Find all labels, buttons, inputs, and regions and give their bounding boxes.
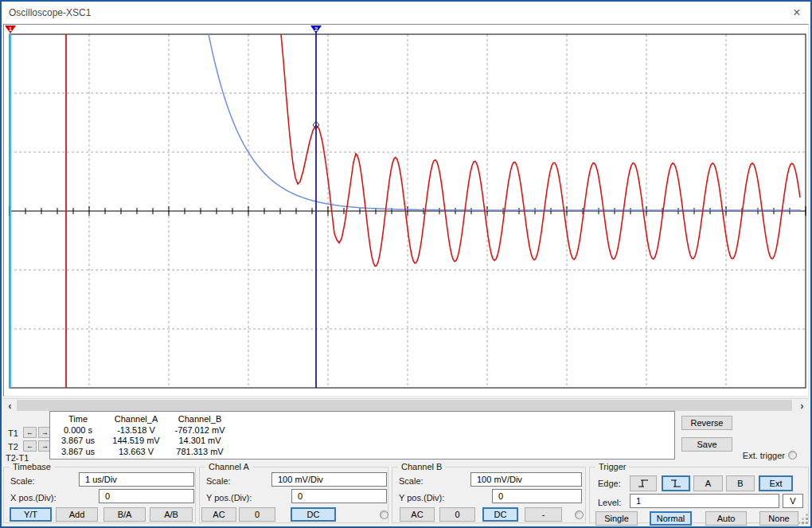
t1-channel-b: -767.012 mV (166, 425, 233, 436)
t2-channel-a: 144.519 mV (106, 436, 166, 447)
cursor1-flag-label: 1 (9, 25, 12, 33)
channel-a-title: Channel A (205, 462, 252, 471)
trigger-level-input[interactable]: 1 (630, 494, 779, 508)
channel-a-scale-label: Scale: (206, 476, 231, 486)
t2-readout-row: 3.867 us 144.519 mV 14.301 mV (50, 436, 674, 447)
window-title: Oscilloscope-XSC1 (9, 7, 91, 18)
trigger-b-button[interactable]: B (726, 475, 755, 491)
reverse-button[interactable]: Reverse (681, 416, 732, 430)
delta-channel-b: 781.313 mV (166, 447, 233, 458)
trigger-ext-button[interactable]: Ext (759, 475, 793, 491)
arrow-left-icon: ← (26, 429, 33, 436)
arrow-left-icon: ← (26, 443, 33, 450)
channel-a-ypos-label: Y pos.(Div): (206, 493, 252, 503)
timebase-group: Timebase Scale: 1 us/Div X pos.(Div): 0 … (3, 467, 196, 523)
arrow-right-icon: → (41, 443, 49, 450)
scope-canvas: 12 (4, 25, 806, 394)
channel-b-ypos-input[interactable]: 0 (492, 489, 582, 503)
scroll-thumb[interactable] (17, 400, 792, 411)
readout-header-row: Time Channel_A Channel_B (50, 414, 674, 425)
channel-b-zero-button[interactable]: 0 (439, 507, 475, 522)
delta-readout-row: 3.867 us 13.663 V 781.313 mV (50, 447, 674, 458)
ab-mode-button[interactable]: A/B (150, 507, 193, 522)
scroll-left-icon[interactable]: ‹ (3, 399, 17, 412)
ba-mode-button[interactable]: B/A (103, 507, 146, 522)
timebase-xpos-label: X pos.(Div): (10, 493, 56, 503)
timebase-xpos-input[interactable]: 0 (99, 489, 194, 503)
trigger-a-button[interactable]: A (693, 475, 723, 491)
title-bar[interactable]: Oscilloscope-XSC1 × (2, 2, 810, 24)
channel-b-invert-button[interactable]: - (525, 507, 562, 522)
close-icon[interactable]: × (783, 2, 810, 23)
readout-area: T1 ← → T2 ← → T2-T1 Time Channel_A Chann… (2, 411, 810, 467)
col-header-time: Time (50, 414, 106, 425)
t2-channel-b: 14.301 mV (166, 436, 233, 447)
trigger-level-label: Level: (598, 498, 621, 507)
arrow-right-icon: → (41, 429, 49, 436)
channel-a-indicator (380, 510, 388, 519)
channel-b-title: Channel B (398, 462, 445, 471)
channel-a-dc-button[interactable]: DC (291, 507, 336, 522)
col-header-channel-b: Channel_B (166, 414, 233, 425)
trigger-group: Trigger Edge: A B Ext Level: 1 V Single … (589, 467, 809, 523)
cursor1-left-button[interactable]: ← (23, 427, 37, 438)
channel-b-dc-button[interactable]: DC (482, 507, 518, 522)
channel-b-scale-input[interactable]: 100 mV/Div (470, 472, 582, 487)
add-mode-button[interactable]: Add (56, 507, 98, 522)
channel-a-ac-button[interactable]: AC (201, 507, 236, 522)
horizontal-scrollbar[interactable]: ‹ › (3, 398, 809, 411)
cursor1-label: T1 (8, 428, 18, 438)
col-header-channel-a: Channel_A (106, 414, 166, 425)
t2-time: 3.867 us (50, 436, 106, 447)
trigger-auto-button[interactable]: Auto (705, 511, 747, 526)
delta-time: 3.867 us (50, 447, 106, 458)
resize-grip[interactable] (806, 522, 808, 524)
channel-b-scale-label: Scale: (399, 476, 424, 486)
channel-a-scale-input[interactable]: 100 mV/Div (271, 472, 387, 487)
ext-trigger-indicator (788, 451, 797, 460)
trigger-title: Trigger (595, 462, 629, 471)
rising-edge-icon (638, 478, 649, 489)
t1-time: 0.000 s (50, 425, 106, 436)
channel-a-trace (281, 34, 800, 266)
cursor2-label: T2 (8, 442, 18, 452)
timebase-title: Timebase (10, 462, 54, 471)
measurement-readout: Time Channel_A Channel_B 0.000 s -13.518… (49, 411, 675, 460)
channel-b-ac-button[interactable]: AC (400, 507, 435, 522)
falling-edge-button[interactable] (662, 475, 690, 491)
save-button[interactable]: Save (681, 437, 732, 452)
channel-a-group: Channel A Scale: 100 mV/Div Y pos.(Div):… (199, 467, 388, 523)
scroll-right-icon[interactable]: › (795, 399, 809, 412)
cursor2-flag-label: 2 (314, 25, 318, 33)
channel-b-group: Channel B Scale: 100 mV/Div Y pos.(Div):… (392, 467, 586, 523)
timebase-scale-input[interactable]: 1 us/Div (79, 472, 194, 487)
trigger-single-button[interactable]: Single (595, 511, 638, 526)
t1-readout-row: 0.000 s -13.518 V -767.012 mV (50, 425, 674, 436)
t1-channel-a: -13.518 V (106, 425, 166, 436)
falling-edge-icon (670, 478, 681, 489)
trigger-none-button[interactable]: None (759, 511, 798, 526)
channel-b-indicator (575, 510, 584, 519)
ext-trigger-label: Ext. trigger (736, 451, 785, 460)
yt-mode-button[interactable]: Y/T (10, 507, 52, 522)
waveform-display: 12 (3, 24, 809, 397)
rising-edge-button[interactable] (630, 475, 657, 491)
trigger-level-unit[interactable]: V (783, 494, 803, 508)
timebase-scale-label: Scale: (10, 476, 35, 486)
channel-a-ypos-input[interactable]: 0 (291, 489, 387, 503)
cursor2-left-button[interactable]: ← (23, 440, 37, 452)
delta-channel-a: 13.663 V (106, 447, 166, 458)
channel-b-ypos-label: Y pos.(Div): (399, 493, 444, 503)
channel-a-zero-button[interactable]: 0 (239, 507, 275, 522)
trigger-normal-button[interactable]: Normal (650, 511, 692, 526)
oscilloscope-window: Oscilloscope-XSC1 × 12 ‹ › T1 ← → T2 ← →… (0, 0, 812, 528)
trigger-edge-label: Edge: (598, 479, 621, 488)
